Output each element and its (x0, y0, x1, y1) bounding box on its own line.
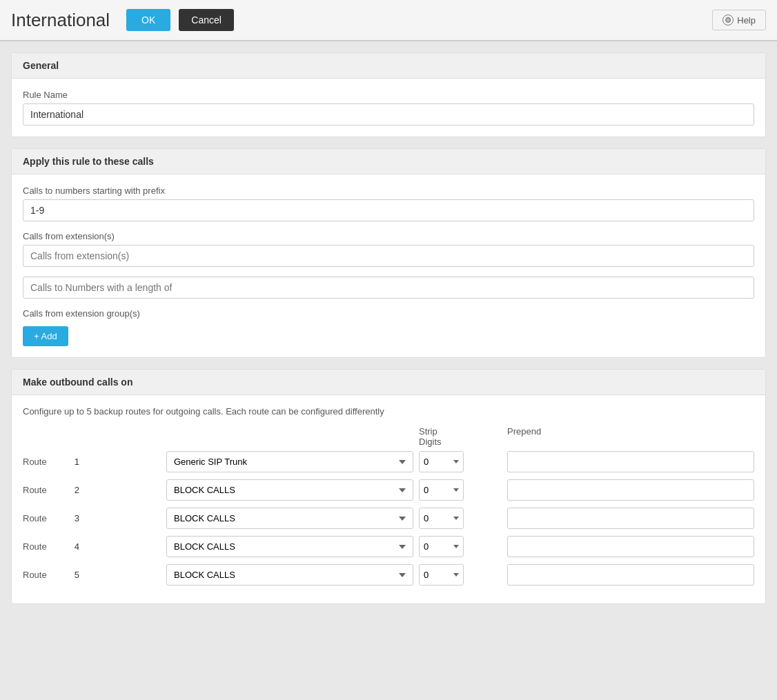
table-row: Route3Generic SIP TrunkBLOCK CALLS012345… (23, 508, 754, 529)
cancel-button[interactable]: Cancel (179, 9, 234, 31)
gear-icon: ⚙ (722, 14, 734, 26)
add-button[interactable]: + Add (23, 326, 68, 346)
route-label: Route1 (23, 457, 161, 467)
route-number: 1 (75, 457, 79, 467)
trunk-select[interactable]: Generic SIP TrunkBLOCK CALLS (166, 479, 413, 501)
extensions-label: Calls from extension(s) (23, 231, 754, 241)
help-label: Help (737, 15, 756, 26)
table-row: Route1Generic SIP TrunkBLOCK CALLS012345… (23, 451, 754, 472)
length-group (23, 277, 754, 299)
prepend-input[interactable] (507, 451, 754, 472)
route-text: Route (23, 570, 47, 580)
prefix-input[interactable] (23, 199, 754, 221)
trunk-select-wrapper: Generic SIP TrunkBLOCK CALLS (166, 479, 413, 501)
route-label: Route2 (23, 485, 161, 495)
ext-group-label: Calls from extension group(s) (23, 308, 754, 319)
routes-header: StripDigits Prepend (23, 426, 754, 447)
route-text: Route (23, 541, 47, 552)
outbound-section-body: Configure up to 5 backup routes for outg… (12, 395, 765, 603)
general-section: General Rule Name (11, 52, 766, 137)
general-section-header: General (12, 53, 765, 79)
rule-name-input[interactable] (23, 103, 754, 126)
trunk-select-wrapper: Generic SIP TrunkBLOCK CALLS (166, 536, 413, 557)
strip-digits-cell: 0123456789 (419, 479, 502, 501)
strip-digits-cell: 0123456789 (419, 536, 502, 557)
routes-container: Route1Generic SIP TrunkBLOCK CALLS012345… (23, 451, 754, 586)
general-section-body: Rule Name (12, 79, 765, 137)
route-number: 3 (75, 513, 79, 523)
strip-digits-cell: 0123456789 (419, 451, 502, 472)
page-title: International (11, 10, 110, 31)
help-button[interactable]: ⚙ Help (712, 10, 766, 30)
extensions-group: Calls from extension(s) (23, 231, 754, 267)
strip-digits-select[interactable]: 0123456789 (419, 479, 464, 501)
trunk-select[interactable]: Generic SIP TrunkBLOCK CALLS (166, 564, 413, 586)
main-content: General Rule Name Apply this rule to the… (0, 41, 777, 615)
outbound-section: Make outbound calls on Configure up to 5… (11, 369, 766, 604)
trunk-select-wrapper: Generic SIP TrunkBLOCK CALLS (166, 508, 413, 529)
route-text: Route (23, 485, 47, 495)
strip-digits-select[interactable]: 0123456789 (419, 564, 464, 586)
strip-digits-select[interactable]: 0123456789 (419, 451, 464, 472)
strip-digits-header: StripDigits (419, 426, 502, 447)
route-text: Route (23, 513, 47, 523)
route-label: Route5 (23, 570, 161, 580)
ext-group-group: Calls from extension group(s) + Add (23, 308, 754, 346)
strip-digits-select[interactable]: 0123456789 (419, 536, 464, 557)
table-row: Route4Generic SIP TrunkBLOCK CALLS012345… (23, 536, 754, 557)
length-input[interactable] (23, 277, 754, 299)
route-text: Route (23, 457, 47, 467)
ok-button[interactable]: OK (126, 9, 170, 31)
routes-description: Configure up to 5 backup routes for outg… (23, 406, 754, 417)
route-label: Route3 (23, 513, 161, 523)
prefix-label: Calls to numbers starting with prefix (23, 186, 754, 196)
rule-name-label: Rule Name (23, 90, 754, 100)
prepend-input[interactable] (507, 479, 754, 501)
prepend-input[interactable] (507, 508, 754, 529)
table-row: Route2Generic SIP TrunkBLOCK CALLS012345… (23, 479, 754, 501)
extensions-input[interactable] (23, 245, 754, 267)
header-right: ⚙ Help (712, 10, 766, 30)
route-number: 2 (75, 485, 79, 495)
prefix-group: Calls to numbers starting with prefix (23, 186, 754, 221)
apply-rule-header: Apply this rule to these calls (12, 149, 765, 174)
route-label: Route4 (23, 541, 161, 552)
prepend-input[interactable] (507, 564, 754, 586)
strip-digits-cell: 0123456789 (419, 564, 502, 586)
route-number: 4 (75, 541, 79, 552)
apply-rule-section: Apply this rule to these calls Calls to … (11, 148, 766, 358)
trunk-select[interactable]: Generic SIP TrunkBLOCK CALLS (166, 451, 413, 472)
route-number: 5 (75, 570, 79, 580)
prepend-input[interactable] (507, 536, 754, 557)
table-row: Route5Generic SIP TrunkBLOCK CALLS012345… (23, 564, 754, 586)
trunk-select[interactable]: Generic SIP TrunkBLOCK CALLS (166, 536, 413, 557)
trunk-select-wrapper: Generic SIP TrunkBLOCK CALLS (166, 564, 413, 586)
trunk-select-wrapper: Generic SIP TrunkBLOCK CALLS (166, 451, 413, 472)
outbound-section-header: Make outbound calls on (12, 370, 765, 395)
header: International OK Cancel ⚙ Help (0, 0, 777, 41)
strip-digits-cell: 0123456789 (419, 508, 502, 529)
trunk-select[interactable]: Generic SIP TrunkBLOCK CALLS (166, 508, 413, 529)
rule-name-group: Rule Name (23, 90, 754, 126)
prepend-header: Prepend (507, 426, 754, 447)
apply-rule-body: Calls to numbers starting with prefix Ca… (12, 174, 765, 357)
strip-digits-select[interactable]: 0123456789 (419, 508, 464, 529)
